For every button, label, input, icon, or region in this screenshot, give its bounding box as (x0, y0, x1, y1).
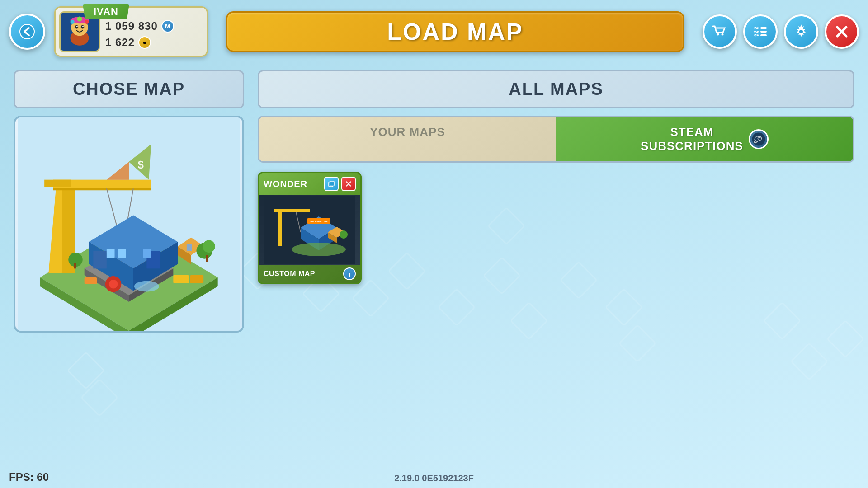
tabs-row: YOUR MAPS STEAM SUBSCRIPTIONS (258, 116, 854, 163)
svg-point-52 (203, 240, 215, 253)
custom-map-label: CUSTOM MAP (264, 270, 315, 278)
svg-point-75 (340, 230, 348, 239)
svg-rect-60 (85, 277, 97, 284)
currency1-value: 1 059 830 (105, 20, 158, 33)
tab-steam-line2: SUBSCRIPTIONS (641, 139, 743, 153)
wonder-card-header: WONDER (259, 173, 360, 195)
chose-map-panel: CHOSE MAP (14, 70, 244, 470)
svg-rect-58 (173, 275, 189, 283)
player-card: IVAN (54, 6, 208, 57)
tab-steam-line1: STEAM (670, 125, 714, 139)
back-button[interactable] (9, 14, 45, 50)
svg-rect-65 (330, 181, 334, 186)
svg-rect-59 (190, 275, 204, 283)
svg-rect-55 (74, 263, 76, 269)
all-maps-panel: ALL MAPS YOUR MAPS STEAM SUBSCRIPTIONS (258, 70, 854, 470)
wonder-card-image: BUILDING TOUR (259, 195, 360, 265)
svg-rect-67 (278, 210, 282, 246)
svg-rect-43 (93, 251, 107, 268)
wonder-copy-button[interactable] (324, 177, 339, 191)
svg-rect-33 (44, 180, 71, 187)
currency1-icon: M (161, 20, 174, 33)
wonder-header-icons (324, 177, 356, 191)
svg-point-11 (82, 26, 84, 27)
settings-button[interactable] (784, 14, 818, 49)
wonder-card-footer: CUSTOM MAP i (259, 265, 360, 283)
svg-point-61 (134, 281, 159, 292)
currency2-row: 1 622 ● (105, 36, 174, 49)
all-maps-header: ALL MAPS (258, 70, 854, 108)
version-info: 2.19.0 0E5192123F (394, 473, 474, 483)
all-maps-title: ALL MAPS (509, 80, 604, 99)
version-text: 2.19.0 0E5192123F (394, 473, 474, 483)
svg-point-76 (292, 243, 346, 256)
wonder-close-button[interactable] (341, 177, 356, 191)
svg-rect-45 (107, 249, 115, 258)
svg-point-10 (76, 26, 78, 27)
wonder-label: WONDER (264, 179, 307, 189)
svg-rect-17 (760, 27, 767, 29)
svg-rect-47 (143, 249, 151, 258)
svg-point-12 (717, 33, 719, 36)
svg-rect-32 (53, 188, 151, 190)
currency2-value: 1 622 (105, 36, 135, 49)
svg-text:BUILDING TOUR: BUILDING TOUR (310, 220, 328, 223)
page-title: LOAD MAP (387, 18, 523, 45)
maps-grid: WONDER (258, 172, 854, 284)
currency1-row: 1 059 830 M (105, 20, 174, 33)
svg-rect-50 (187, 244, 192, 251)
tab-your-maps[interactable]: YOUR MAPS (259, 117, 556, 161)
svg-point-13 (722, 33, 724, 36)
svg-point-5 (70, 20, 74, 24)
main-content: CHOSE MAP (14, 70, 854, 470)
svg-point-0 (20, 24, 34, 39)
chose-map-title: CHOSE MAP (73, 80, 185, 99)
tab-your-maps-label: YOUR MAPS (370, 125, 445, 139)
map-preview: $ (14, 116, 244, 333)
svg-rect-53 (206, 255, 208, 262)
chose-map-header: CHOSE MAP (14, 70, 244, 108)
svg-rect-19 (760, 34, 767, 36)
player-name: IVAN (83, 4, 129, 19)
header: IVAN (0, 0, 868, 63)
player-stats: 1 059 830 M 1 622 ● (105, 20, 174, 49)
wonder-card: WONDER (258, 172, 362, 284)
currency2-icon: ● (138, 36, 151, 49)
svg-point-7 (85, 20, 89, 24)
svg-text:$: $ (138, 159, 144, 171)
list-button[interactable] (743, 14, 778, 49)
tab-steam-subscriptions[interactable]: STEAM SUBSCRIPTIONS (556, 117, 853, 161)
svg-rect-46 (118, 249, 126, 258)
close-button[interactable] (825, 14, 859, 49)
steam-icon (749, 129, 769, 149)
svg-point-21 (799, 30, 803, 33)
city-scene-svg: $ (15, 117, 242, 331)
cart-button[interactable] (703, 14, 737, 49)
fps-value: FPS: 60 (9, 471, 49, 483)
svg-point-62 (752, 133, 765, 146)
svg-point-6 (77, 16, 82, 21)
svg-rect-68 (274, 209, 310, 212)
svg-point-57 (109, 280, 118, 289)
title-banner: LOAD MAP (226, 11, 684, 52)
svg-rect-18 (760, 31, 767, 33)
header-icons (703, 14, 859, 49)
info-button[interactable]: i (343, 267, 356, 280)
fps-counter: FPS: 60 (9, 471, 49, 483)
